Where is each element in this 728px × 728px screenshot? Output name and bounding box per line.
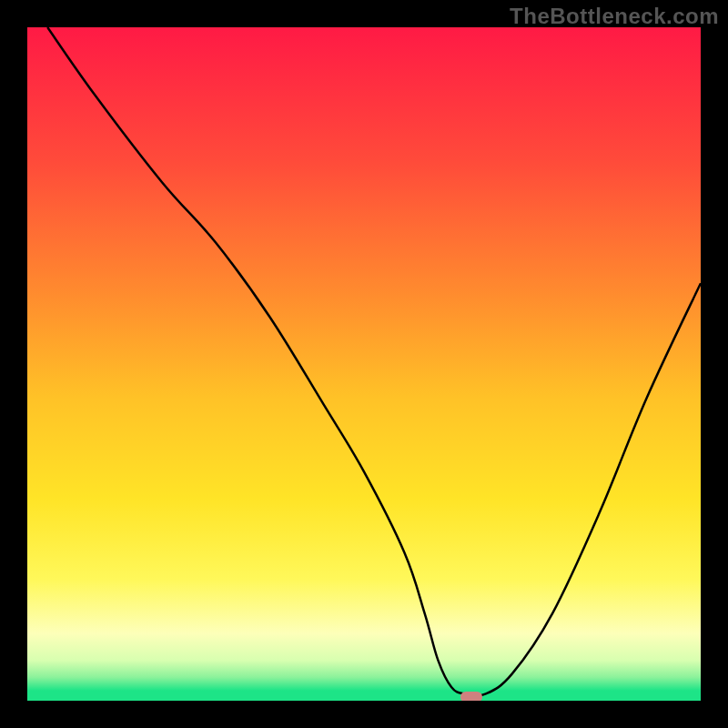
plot-area — [27, 27, 701, 701]
optimal-marker — [460, 692, 482, 701]
chart-frame: TheBottleneck.com — [0, 0, 728, 728]
plot-svg — [27, 27, 701, 701]
gradient-background — [27, 27, 701, 701]
watermark-text: TheBottleneck.com — [510, 4, 719, 29]
